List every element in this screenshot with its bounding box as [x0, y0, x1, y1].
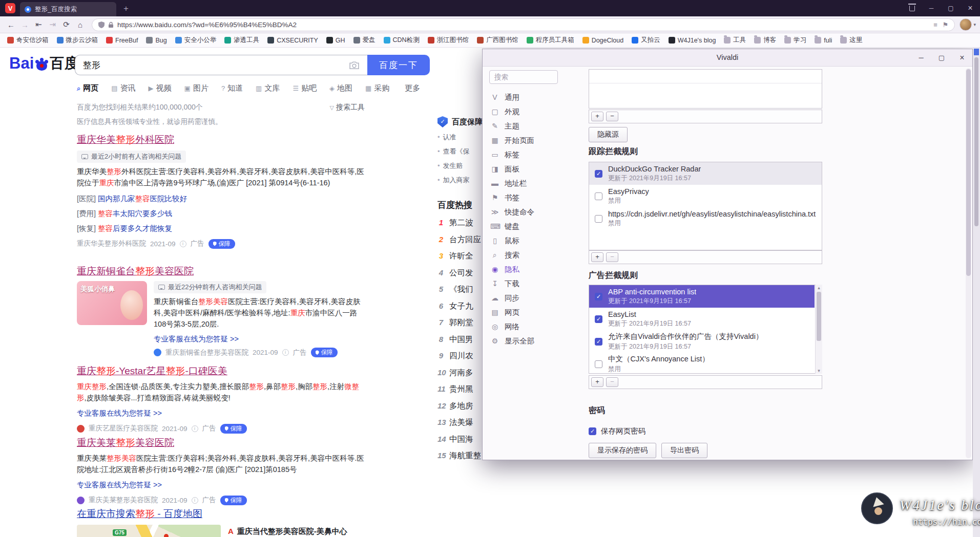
remove-rule-button[interactable]: − — [606, 377, 618, 387]
camera-search-icon[interactable] — [349, 61, 360, 70]
bookmark-item[interactable]: CDN检测 — [380, 35, 424, 46]
bookmark-item[interactable]: 程序员工具箱 — [523, 35, 578, 46]
result-tab[interactable]: ▤ 资讯 — [111, 83, 135, 93]
settings-nav-item[interactable]: ⌨ 键盘 — [483, 219, 570, 233]
service-cta-link[interactable]: 专业客服在线为您答疑 >> — [77, 480, 366, 490]
hot-text[interactable]: 多地房 — [449, 401, 473, 412]
bookmark-item[interactable]: GH — [322, 35, 349, 46]
settings-maximize-button[interactable]: ▢ — [931, 49, 952, 66]
bookmark-item[interactable]: fuli — [810, 35, 836, 46]
settings-minimize-button[interactable]: ─ — [911, 49, 931, 66]
source-name[interactable]: 重庆艺星医疗美容医院 — [89, 424, 158, 433]
scrollbar-accent-button[interactable] — [974, 49, 979, 55]
source-name[interactable]: 重庆新铜雀台整形美容医院 — [165, 348, 248, 357]
result-title-link[interactable]: 重庆新铜雀台整形美容医院 — [77, 265, 366, 278]
hot-text[interactable]: 许昕全 — [449, 251, 473, 262]
save-passwords-row[interactable]: 保存网页密码 — [589, 426, 645, 436]
bookmark-item[interactable]: FreeBuf — [102, 35, 142, 46]
result-tab[interactable]: ⌕ 网页 — [77, 83, 98, 93]
hot-text[interactable]: 第二波 — [449, 218, 473, 228]
scroll-up-icon[interactable]: ▴ — [816, 285, 822, 290]
hide-sources-button[interactable]: 隐藏源 — [589, 127, 628, 142]
settings-scroll-thumb[interactable] — [966, 69, 971, 276]
profile-avatar[interactable] — [960, 18, 972, 31]
ad-info-icon[interactable]: i — [192, 497, 198, 504]
result-tab[interactable]: ▦ 采购 — [365, 83, 389, 93]
settings-nav-item[interactable]: ↧ 下载 — [483, 276, 570, 291]
blocklist-row[interactable]: EasyList 更新于 2021年9月19日 16:57 — [589, 308, 815, 330]
browser-tab[interactable]: 整形_百度搜索 — [20, 2, 116, 16]
bookmark-item[interactable]: 安全小公举 — [171, 35, 221, 46]
bookmark-item[interactable]: DogeCloud — [578, 35, 628, 46]
settings-nav-item[interactable]: ✎ 主题 — [483, 119, 570, 133]
bookmark-item[interactable]: 博客 — [750, 35, 780, 46]
bookmark-item[interactable]: 工具 — [720, 35, 750, 46]
blocklist-row[interactable]: EasyPrivacy 禁用 — [589, 185, 822, 207]
result-title-link[interactable]: 重庆整形-Yestar艺星整形-口碑医美 — [77, 364, 366, 378]
map-result-title-link[interactable]: 在重庆市搜索整形 - 百度地图 — [77, 507, 366, 521]
service-cta-link[interactable]: 专业客服在线为您答疑 >> — [77, 409, 366, 418]
settings-scrollbar[interactable] — [966, 68, 971, 458]
rule-checkbox[interactable] — [595, 170, 602, 178]
scrollbar-thumb[interactable] — [974, 57, 978, 226]
settings-close-button[interactable]: × — [952, 49, 972, 66]
hot-text[interactable]: 法美爆 — [449, 417, 473, 428]
listbox-scrollbar[interactable]: ▴ ▾ — [815, 285, 822, 374]
settings-nav-item[interactable]: ▢ 外观 — [483, 104, 570, 119]
sublink-link[interactable]: 整容后要多久才能恢复 — [98, 224, 172, 232]
hot-text[interactable]: 女子九 — [449, 301, 473, 312]
settings-nav-item[interactable]: ◨ 面板 — [483, 162, 570, 176]
hot-text[interactable]: 台方回应 — [449, 234, 481, 245]
settings-nav-item[interactable]: ◎ 网络 — [483, 319, 570, 334]
site-shield-icon[interactable] — [98, 22, 105, 28]
sublink-link[interactable]: 整容丰太阳穴要多少钱 — [98, 209, 172, 218]
result-thumbnail[interactable]: 美狐小俏鼻 — [77, 281, 147, 325]
add-rule-button[interactable]: + — [591, 252, 603, 262]
hot-text[interactable]: 贵州黑 — [449, 384, 473, 395]
bookmark-item[interactable]: 浙江图书馆 — [424, 35, 473, 46]
bookmark-item[interactable]: 这里 — [836, 35, 866, 46]
remove-rule-button[interactable]: − — [606, 252, 618, 262]
result-title-link[interactable]: 重庆华美整形外科医院 — [77, 133, 366, 146]
settings-nav-item[interactable]: ⚙ 显示全部 — [483, 334, 570, 348]
show-saved-passwords-button[interactable]: 显示保存的密码 — [589, 443, 656, 458]
rule-checkbox[interactable] — [595, 215, 602, 223]
bookmark-item[interactable]: 渗透工具 — [220, 35, 263, 46]
hot-text[interactable]: 《我们 — [449, 284, 473, 295]
window-minimize-button[interactable]: ─ — [922, 0, 941, 16]
back-button[interactable]: ← — [4, 20, 18, 29]
hot-text[interactable]: 海航重整 — [449, 450, 481, 461]
hot-text[interactable]: 四川农 — [449, 351, 473, 361]
service-cta-link[interactable]: 专业客服在线为您答疑 >> — [154, 334, 366, 344]
ad-info-icon[interactable]: i — [192, 425, 198, 432]
bookmark-item[interactable]: 又拍云 — [628, 35, 664, 46]
save-passwords-checkbox[interactable] — [589, 427, 596, 435]
settings-nav-item[interactable]: ▬ 地址栏 — [483, 176, 570, 190]
settings-title-bar[interactable]: Vivaldi ─ ▢ × — [483, 49, 972, 67]
blocklist-row[interactable]: ABP anti-circumvention list 更新于 2021年9月1… — [589, 285, 815, 308]
new-tab-button[interactable]: + — [123, 4, 129, 14]
listbox-scroll-thumb[interactable] — [817, 292, 821, 341]
settings-nav-item[interactable]: ▦ 开始页面 — [483, 133, 570, 147]
guarantee-badge[interactable]: 保障 — [311, 348, 338, 357]
blocklist-row[interactable]: https://cdn.jsdelivr.net/gh/easylist/eas… — [589, 207, 822, 230]
sources-listbox[interactable] — [589, 69, 822, 109]
window-maximize-button[interactable]: ▢ — [941, 0, 961, 16]
settings-nav-item[interactable]: ≫ 快捷命令 — [483, 205, 570, 219]
search-tools-button[interactable]: ▽ 搜索工具 — [330, 103, 365, 112]
bookmark-item[interactable]: 奇安信沙箱 — [3, 35, 53, 46]
vivaldi-logo-icon[interactable]: V — [5, 3, 15, 13]
poi-name-link[interactable]: 重庆当代整形美容医院-美鼻中心 — [237, 527, 347, 536]
closed-tabs-trash-button[interactable] — [902, 0, 922, 16]
rule-checkbox[interactable] — [595, 360, 602, 368]
result-tab[interactable]: ▣ 图片 — [184, 83, 208, 93]
fast-forward-button[interactable]: ⇥ — [46, 20, 59, 29]
add-rule-button[interactable]: + — [591, 377, 603, 387]
guarantee-badge[interactable]: 保障 — [208, 239, 235, 249]
rewind-button[interactable]: ⇤ — [32, 20, 46, 29]
home-button[interactable]: ⌂ — [73, 20, 87, 29]
result-tab[interactable]: ☰ 贴吧 — [293, 83, 317, 93]
rule-checkbox[interactable] — [595, 293, 602, 300]
hot-text[interactable]: 郭刚堂 — [449, 317, 473, 328]
bookmark-flag-icon[interactable]: ⚑ — [943, 21, 949, 29]
